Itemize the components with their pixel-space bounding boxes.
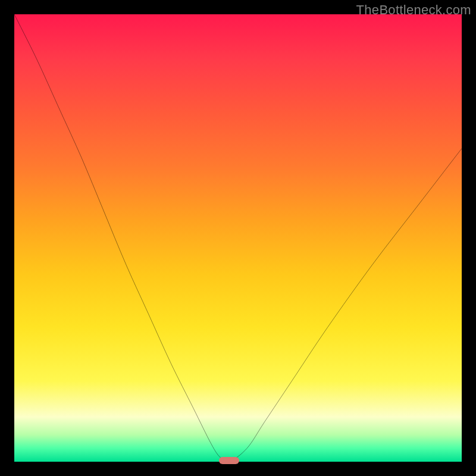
bottleneck-curve bbox=[14, 14, 462, 462]
chart-frame bbox=[14, 14, 462, 462]
optimal-marker bbox=[219, 457, 239, 464]
watermark-text: TheBottleneck.com bbox=[356, 2, 471, 18]
